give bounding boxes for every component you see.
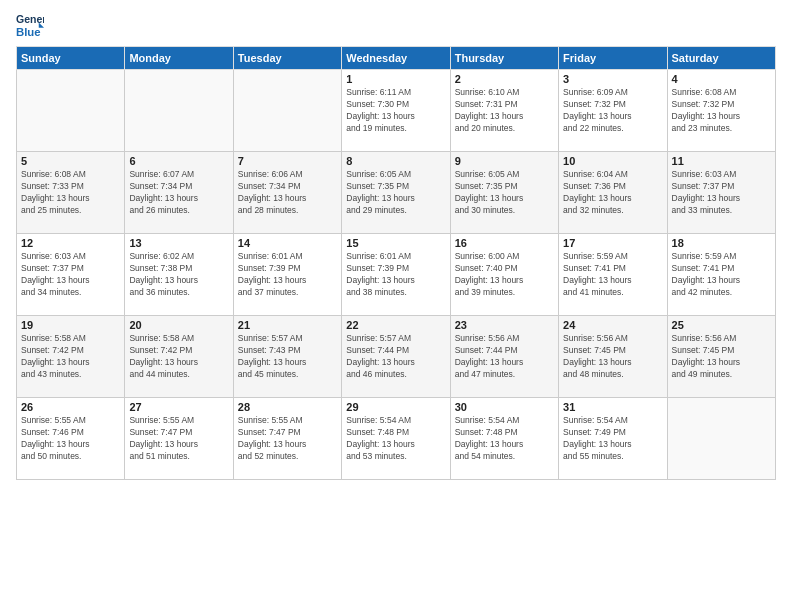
day-info: Sunrise: 5:57 AM Sunset: 7:44 PM Dayligh… bbox=[346, 333, 445, 381]
weekday-header-friday: Friday bbox=[559, 47, 667, 70]
day-number: 11 bbox=[672, 155, 771, 167]
day-number: 26 bbox=[21, 401, 120, 413]
day-number: 20 bbox=[129, 319, 228, 331]
calendar-cell bbox=[17, 70, 125, 152]
calendar-cell: 12Sunrise: 6:03 AM Sunset: 7:37 PM Dayli… bbox=[17, 234, 125, 316]
day-info: Sunrise: 5:55 AM Sunset: 7:47 PM Dayligh… bbox=[238, 415, 337, 463]
day-number: 8 bbox=[346, 155, 445, 167]
calendar-cell bbox=[125, 70, 233, 152]
calendar-cell: 14Sunrise: 6:01 AM Sunset: 7:39 PM Dayli… bbox=[233, 234, 341, 316]
calendar-cell: 5Sunrise: 6:08 AM Sunset: 7:33 PM Daylig… bbox=[17, 152, 125, 234]
day-info: Sunrise: 5:54 AM Sunset: 7:48 PM Dayligh… bbox=[346, 415, 445, 463]
week-row-3: 19Sunrise: 5:58 AM Sunset: 7:42 PM Dayli… bbox=[17, 316, 776, 398]
week-row-0: 1Sunrise: 6:11 AM Sunset: 7:30 PM Daylig… bbox=[17, 70, 776, 152]
calendar-cell: 24Sunrise: 5:56 AM Sunset: 7:45 PM Dayli… bbox=[559, 316, 667, 398]
calendar-cell: 20Sunrise: 5:58 AM Sunset: 7:42 PM Dayli… bbox=[125, 316, 233, 398]
calendar-cell: 8Sunrise: 6:05 AM Sunset: 7:35 PM Daylig… bbox=[342, 152, 450, 234]
calendar-cell: 6Sunrise: 6:07 AM Sunset: 7:34 PM Daylig… bbox=[125, 152, 233, 234]
week-row-1: 5Sunrise: 6:08 AM Sunset: 7:33 PM Daylig… bbox=[17, 152, 776, 234]
day-info: Sunrise: 5:56 AM Sunset: 7:45 PM Dayligh… bbox=[672, 333, 771, 381]
day-number: 7 bbox=[238, 155, 337, 167]
day-number: 30 bbox=[455, 401, 554, 413]
calendar-cell: 16Sunrise: 6:00 AM Sunset: 7:40 PM Dayli… bbox=[450, 234, 558, 316]
weekday-header-monday: Monday bbox=[125, 47, 233, 70]
day-info: Sunrise: 6:00 AM Sunset: 7:40 PM Dayligh… bbox=[455, 251, 554, 299]
day-info: Sunrise: 5:54 AM Sunset: 7:48 PM Dayligh… bbox=[455, 415, 554, 463]
day-number: 10 bbox=[563, 155, 662, 167]
day-info: Sunrise: 6:10 AM Sunset: 7:31 PM Dayligh… bbox=[455, 87, 554, 135]
weekday-header-thursday: Thursday bbox=[450, 47, 558, 70]
day-number: 14 bbox=[238, 237, 337, 249]
day-info: Sunrise: 5:56 AM Sunset: 7:45 PM Dayligh… bbox=[563, 333, 662, 381]
calendar-cell: 18Sunrise: 5:59 AM Sunset: 7:41 PM Dayli… bbox=[667, 234, 775, 316]
day-info: Sunrise: 6:01 AM Sunset: 7:39 PM Dayligh… bbox=[238, 251, 337, 299]
calendar-cell: 19Sunrise: 5:58 AM Sunset: 7:42 PM Dayli… bbox=[17, 316, 125, 398]
weekday-header-row: SundayMondayTuesdayWednesdayThursdayFrid… bbox=[17, 47, 776, 70]
week-row-2: 12Sunrise: 6:03 AM Sunset: 7:37 PM Dayli… bbox=[17, 234, 776, 316]
day-info: Sunrise: 6:03 AM Sunset: 7:37 PM Dayligh… bbox=[672, 169, 771, 217]
day-info: Sunrise: 5:55 AM Sunset: 7:46 PM Dayligh… bbox=[21, 415, 120, 463]
calendar-cell: 9Sunrise: 6:05 AM Sunset: 7:35 PM Daylig… bbox=[450, 152, 558, 234]
weekday-header-tuesday: Tuesday bbox=[233, 47, 341, 70]
day-number: 22 bbox=[346, 319, 445, 331]
day-info: Sunrise: 5:54 AM Sunset: 7:49 PM Dayligh… bbox=[563, 415, 662, 463]
day-number: 17 bbox=[563, 237, 662, 249]
day-number: 2 bbox=[455, 73, 554, 85]
calendar-cell: 21Sunrise: 5:57 AM Sunset: 7:43 PM Dayli… bbox=[233, 316, 341, 398]
calendar-cell: 10Sunrise: 6:04 AM Sunset: 7:36 PM Dayli… bbox=[559, 152, 667, 234]
calendar-cell: 3Sunrise: 6:09 AM Sunset: 7:32 PM Daylig… bbox=[559, 70, 667, 152]
day-number: 31 bbox=[563, 401, 662, 413]
day-info: Sunrise: 5:56 AM Sunset: 7:44 PM Dayligh… bbox=[455, 333, 554, 381]
day-info: Sunrise: 6:05 AM Sunset: 7:35 PM Dayligh… bbox=[455, 169, 554, 217]
day-number: 16 bbox=[455, 237, 554, 249]
weekday-header-sunday: Sunday bbox=[17, 47, 125, 70]
calendar-cell: 17Sunrise: 5:59 AM Sunset: 7:41 PM Dayli… bbox=[559, 234, 667, 316]
calendar-cell: 23Sunrise: 5:56 AM Sunset: 7:44 PM Dayli… bbox=[450, 316, 558, 398]
page: GeneralBlue SundayMondayTuesdayWednesday… bbox=[0, 0, 792, 612]
calendar-cell: 1Sunrise: 6:11 AM Sunset: 7:30 PM Daylig… bbox=[342, 70, 450, 152]
day-number: 21 bbox=[238, 319, 337, 331]
header: GeneralBlue bbox=[16, 12, 776, 40]
day-number: 24 bbox=[563, 319, 662, 331]
day-info: Sunrise: 6:04 AM Sunset: 7:36 PM Dayligh… bbox=[563, 169, 662, 217]
calendar-cell: 7Sunrise: 6:06 AM Sunset: 7:34 PM Daylig… bbox=[233, 152, 341, 234]
calendar-cell: 4Sunrise: 6:08 AM Sunset: 7:32 PM Daylig… bbox=[667, 70, 775, 152]
calendar-cell: 28Sunrise: 5:55 AM Sunset: 7:47 PM Dayli… bbox=[233, 398, 341, 480]
calendar-cell: 26Sunrise: 5:55 AM Sunset: 7:46 PM Dayli… bbox=[17, 398, 125, 480]
day-number: 18 bbox=[672, 237, 771, 249]
weekday-header-wednesday: Wednesday bbox=[342, 47, 450, 70]
day-number: 1 bbox=[346, 73, 445, 85]
day-info: Sunrise: 6:09 AM Sunset: 7:32 PM Dayligh… bbox=[563, 87, 662, 135]
calendar-cell bbox=[233, 70, 341, 152]
day-number: 5 bbox=[21, 155, 120, 167]
day-number: 12 bbox=[21, 237, 120, 249]
day-info: Sunrise: 5:59 AM Sunset: 7:41 PM Dayligh… bbox=[672, 251, 771, 299]
svg-text:Blue: Blue bbox=[16, 26, 41, 38]
calendar-cell: 31Sunrise: 5:54 AM Sunset: 7:49 PM Dayli… bbox=[559, 398, 667, 480]
day-info: Sunrise: 6:08 AM Sunset: 7:32 PM Dayligh… bbox=[672, 87, 771, 135]
day-info: Sunrise: 6:07 AM Sunset: 7:34 PM Dayligh… bbox=[129, 169, 228, 217]
day-number: 3 bbox=[563, 73, 662, 85]
day-info: Sunrise: 5:59 AM Sunset: 7:41 PM Dayligh… bbox=[563, 251, 662, 299]
day-info: Sunrise: 6:08 AM Sunset: 7:33 PM Dayligh… bbox=[21, 169, 120, 217]
day-number: 19 bbox=[21, 319, 120, 331]
day-number: 25 bbox=[672, 319, 771, 331]
day-number: 23 bbox=[455, 319, 554, 331]
day-info: Sunrise: 6:03 AM Sunset: 7:37 PM Dayligh… bbox=[21, 251, 120, 299]
day-info: Sunrise: 5:55 AM Sunset: 7:47 PM Dayligh… bbox=[129, 415, 228, 463]
calendar-cell: 15Sunrise: 6:01 AM Sunset: 7:39 PM Dayli… bbox=[342, 234, 450, 316]
day-number: 28 bbox=[238, 401, 337, 413]
day-info: Sunrise: 6:11 AM Sunset: 7:30 PM Dayligh… bbox=[346, 87, 445, 135]
calendar-cell: 2Sunrise: 6:10 AM Sunset: 7:31 PM Daylig… bbox=[450, 70, 558, 152]
week-row-4: 26Sunrise: 5:55 AM Sunset: 7:46 PM Dayli… bbox=[17, 398, 776, 480]
calendar-cell bbox=[667, 398, 775, 480]
day-number: 9 bbox=[455, 155, 554, 167]
day-number: 13 bbox=[129, 237, 228, 249]
calendar: SundayMondayTuesdayWednesdayThursdayFrid… bbox=[16, 46, 776, 480]
calendar-cell: 22Sunrise: 5:57 AM Sunset: 7:44 PM Dayli… bbox=[342, 316, 450, 398]
day-info: Sunrise: 6:06 AM Sunset: 7:34 PM Dayligh… bbox=[238, 169, 337, 217]
day-info: Sunrise: 5:58 AM Sunset: 7:42 PM Dayligh… bbox=[129, 333, 228, 381]
day-number: 6 bbox=[129, 155, 228, 167]
day-number: 29 bbox=[346, 401, 445, 413]
calendar-cell: 30Sunrise: 5:54 AM Sunset: 7:48 PM Dayli… bbox=[450, 398, 558, 480]
